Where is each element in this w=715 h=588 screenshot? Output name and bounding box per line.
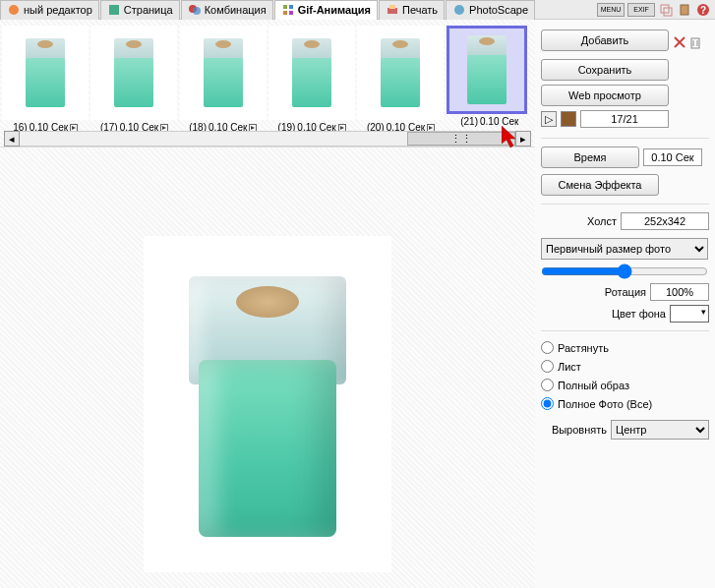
toolbar-right: MENU EXIF ? [597, 2, 715, 18]
main-area: 16) 0.10 Сек (17) 0.10 Сек (18) 0.10 Сек… [0, 20, 715, 588]
preview-image [144, 236, 391, 572]
rotation-value: 100% [650, 283, 709, 301]
tab-page[interactable]: Страница [100, 0, 180, 20]
main-toolbar: ный редактор Страница Комбинация Gif-Ани… [0, 0, 715, 20]
scroll-left-arrow[interactable]: ◂ [4, 131, 20, 147]
size-slider[interactable] [541, 264, 708, 279]
time-value: 0.10 Сек [643, 148, 702, 166]
radio-sheet[interactable]: Лист [541, 360, 709, 373]
scroll-track[interactable]: ⋮⋮ [20, 131, 515, 147]
preview-area [0, 147, 535, 588]
copy-icon[interactable] [658, 2, 674, 18]
svg-rect-7 [289, 11, 293, 15]
radio-full-image[interactable]: Полный образ [541, 379, 709, 391]
thumbnail-19[interactable]: (19) 0.10 Сек [268, 26, 355, 133]
stop-button[interactable] [561, 111, 576, 127]
tab-photoscape[interactable]: PhotoScape [446, 0, 535, 20]
bg-color-picker[interactable] [670, 305, 709, 323]
menu-button[interactable]: MENU [597, 3, 625, 17]
svg-point-3 [193, 7, 201, 15]
align-select[interactable]: Центр [611, 420, 709, 440]
rotation-label: Ротация [605, 286, 646, 298]
svg-point-10 [454, 5, 464, 15]
paste-icon[interactable] [677, 2, 692, 18]
page-icon [107, 3, 121, 17]
svg-text:?: ? [700, 5, 706, 16]
radio-full-photo[interactable]: Полное Фото (Все) [541, 397, 709, 410]
thumbnail-17[interactable]: (17) 0.10 Сек [90, 26, 177, 133]
radio-stretch[interactable]: Растянуть [541, 341, 709, 354]
editor-icon [7, 3, 21, 17]
svg-rect-6 [283, 11, 287, 15]
tab-editor[interactable]: ный редактор [0, 0, 99, 20]
fit-mode-group: Растянуть Лист Полный образ Полное Фото … [541, 341, 709, 410]
size-mode-select[interactable]: Первичный размер фото [541, 238, 708, 260]
help-icon[interactable]: ? [695, 2, 711, 18]
play-button[interactable]: ▷ [541, 111, 557, 127]
svg-rect-4 [283, 5, 287, 9]
cursor-icon [502, 126, 521, 149]
scroll-thumb[interactable]: ⋮⋮ [407, 132, 515, 146]
svg-rect-1 [109, 5, 119, 15]
web-preview-button[interactable]: Web просмотр [541, 85, 669, 106]
svg-rect-11 [661, 5, 669, 13]
svg-rect-13 [681, 5, 688, 15]
combo-icon [188, 3, 202, 17]
canvas-size: 252x342 [621, 212, 709, 230]
time-button[interactable]: Время [541, 147, 639, 168]
tab-print[interactable]: Печать [379, 0, 445, 20]
horizontal-scrollbar[interactable]: ◂ ⋮⋮ ▸ [4, 131, 531, 147]
left-panel: 16) 0.10 Сек (17) 0.10 Сек (18) 0.10 Сек… [0, 20, 535, 588]
thumbnail-21-selected[interactable]: (21) 0.10 Сек [447, 26, 533, 133]
svg-rect-16 [691, 38, 699, 48]
align-label: Выровнять [552, 424, 607, 436]
change-effect-button[interactable]: Смена Эффекта [541, 174, 659, 196]
frame-counter: 17/21 [580, 110, 669, 128]
print-icon [386, 3, 399, 17]
thumbnail-20[interactable]: (20) 0.10 Сек [357, 26, 444, 133]
save-button[interactable]: Сохранить [541, 59, 669, 81]
delete-all-icon[interactable] [688, 35, 702, 49]
thumbnail-16[interactable]: 16) 0.10 Сек [2, 26, 89, 133]
exif-button[interactable]: EXIF [627, 3, 655, 17]
bg-color-label: Цвет фона [612, 308, 666, 320]
app-icon [452, 3, 466, 17]
delete-one-icon[interactable] [673, 35, 686, 49]
svg-rect-5 [289, 5, 293, 9]
tab-gif-animation[interactable]: Gif-Анимация [274, 0, 378, 20]
svg-rect-9 [389, 5, 395, 9]
right-panel: Добавить Сохранить Web просмотр ▷ 17/21 … [535, 20, 715, 588]
thumbnail-strip: 16) 0.10 Сек (17) 0.10 Сек (18) 0.10 Сек… [0, 20, 535, 147]
canvas-label: Холст [587, 215, 617, 227]
svg-point-0 [9, 5, 19, 15]
svg-rect-12 [664, 8, 672, 16]
thumbnail-18[interactable]: (18) 0.10 Сек [180, 26, 267, 133]
tab-combination[interactable]: Комбинация [181, 0, 273, 20]
gif-icon [281, 3, 295, 17]
add-button[interactable]: Добавить [541, 29, 669, 51]
